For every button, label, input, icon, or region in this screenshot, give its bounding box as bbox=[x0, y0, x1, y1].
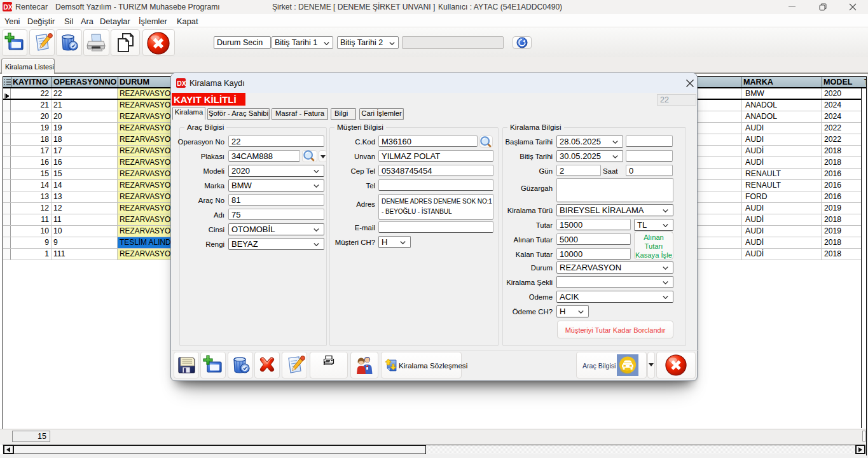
svg-text:DX: DX bbox=[177, 80, 186, 87]
svg-text:DX: DX bbox=[3, 3, 12, 11]
